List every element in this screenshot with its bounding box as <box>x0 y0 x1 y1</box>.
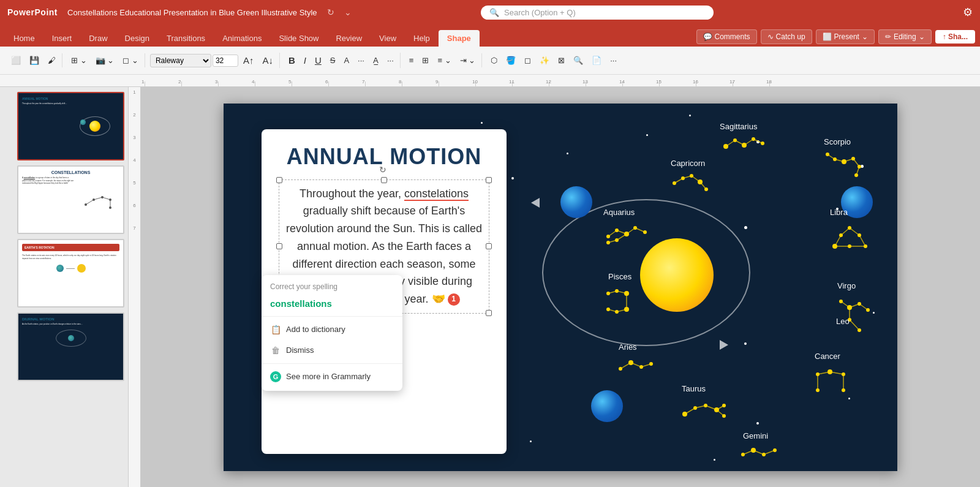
slide-thumb-3[interactable]: EARTH'S ROTATION The Earth rotates on it… <box>17 239 124 308</box>
svg-line-84 <box>850 320 859 330</box>
bullet-list-btn[interactable]: ≡ <box>405 53 418 67</box>
overflow-btn[interactable]: ··· <box>606 53 620 67</box>
refresh-icon[interactable]: ↻ <box>327 7 334 17</box>
new-button[interactable]: ⬜ <box>7 53 24 67</box>
slide-thumb-1[interactable]: ANNUAL MOTION Throughout the year the co… <box>17 92 124 160</box>
svg-line-14 <box>726 140 735 146</box>
svg-line-107 <box>685 408 695 414</box>
save-button[interactable]: 💾 <box>26 53 43 67</box>
tab-review[interactable]: Review <box>327 30 371 47</box>
editing-chevron[interactable]: ⌄ <box>919 32 925 41</box>
ribbon-right: 💬 Comments ∿ Catch up ⬜ Present ⌄ ✏ Edit… <box>696 29 975 47</box>
ruler-mark: 1 <box>145 81 181 86</box>
align-btn[interactable]: ≡ ⌄ <box>434 53 454 67</box>
shape-btn[interactable]: ◻ ⌄ <box>119 53 142 67</box>
svg-point-4 <box>85 203 87 206</box>
format-painter[interactable]: 🖌 <box>44 53 59 67</box>
slide-1-wrapper: 1 ANNUAL MOTION Throughout the year the … <box>4 92 124 160</box>
svg-line-37 <box>700 182 706 189</box>
search-bar[interactable]: 🔍 Search (Option + Q) <box>481 6 714 20</box>
orbit-arrow-left <box>531 198 540 208</box>
font-size-input[interactable] <box>213 55 238 67</box>
fill-btn[interactable]: 🪣 <box>502 53 519 67</box>
handle-top-left[interactable] <box>276 177 282 183</box>
gemini-svg <box>738 445 781 464</box>
label-leo: Leo <box>836 317 850 326</box>
present-chevron[interactable]: ⌄ <box>862 32 868 41</box>
rotate-handle[interactable]: ↻ <box>379 165 386 175</box>
strikethrough-button[interactable]: S <box>326 53 339 67</box>
label-cancer: Cancer <box>815 352 840 361</box>
catch-up-button[interactable]: ∿ Catch up <box>761 29 812 44</box>
add-to-dictionary-btn[interactable]: 📋 Add to dictionary <box>262 319 402 340</box>
effects-btn[interactable]: ✨ <box>536 53 553 67</box>
shapes-btn[interactable]: ⬡ <box>487 53 501 67</box>
tab-transitions[interactable]: Transitions <box>158 30 214 47</box>
font-family-select[interactable]: Raleway <box>150 54 211 67</box>
misspelled-word: constelations <box>404 187 469 201</box>
tab-view[interactable]: View <box>371 30 405 47</box>
outline-btn[interactable]: ◻ <box>521 53 535 67</box>
replace-btn[interactable]: 🔍 <box>570 53 587 67</box>
spell-divider-2 <box>262 363 402 364</box>
settings-icon[interactable]: ⚙ <box>963 6 973 19</box>
handle-top-mid[interactable] <box>381 177 387 183</box>
font-color-btn[interactable]: A <box>340 53 353 67</box>
earth-planet-3 <box>591 390 623 422</box>
more-format-btn[interactable]: ··· <box>354 53 368 67</box>
italic-button[interactable]: I <box>300 53 310 68</box>
slide4-orbit <box>56 330 86 347</box>
dismiss-btn[interactable]: 🗑 Dismiss <box>262 340 402 361</box>
share-button[interactable]: ↑ Sha... <box>935 30 975 43</box>
number-list-btn[interactable]: ⊞ <box>418 53 432 67</box>
orbit-ellipse <box>542 199 750 346</box>
handle-mid-right[interactable] <box>486 243 492 249</box>
title-bar: PowerPoint Constellations Educational Pr… <box>0 0 980 25</box>
more-btn[interactable]: ··· <box>383 53 398 67</box>
handle-bot-right[interactable] <box>486 310 492 316</box>
tab-shape[interactable]: Shape <box>439 30 480 47</box>
comments-button[interactable]: 💬 Comments <box>696 29 757 44</box>
tab-slideshow[interactable]: Slide Show <box>270 30 327 47</box>
toolbar-file-group: ⬜ 💾 🖌 <box>5 53 62 67</box>
main-layout: 1 ANNUAL MOTION Throughout the year the … <box>0 87 980 487</box>
present-button[interactable]: ⬜ Present ⌄ <box>816 29 875 44</box>
slide-panel: 1 ANNUAL MOTION Throughout the year the … <box>0 87 129 487</box>
slide-thumb-4[interactable]: DIURNAL MOTION As the Earth rotates, you… <box>17 312 124 381</box>
decrease-font-btn[interactable]: A↓ <box>258 53 277 68</box>
earth-thumb-mini <box>56 265 64 272</box>
arrange-btn[interactable]: ⊠ <box>554 53 568 67</box>
bold-button[interactable]: B <box>285 53 299 68</box>
tab-design[interactable]: Design <box>116 30 158 47</box>
spell-suggestion[interactable]: constellations <box>262 293 402 314</box>
layout-btn[interactable]: ⊞ ⌄ <box>67 53 91 67</box>
tab-animations[interactable]: Animations <box>214 30 270 47</box>
sensitivity-btn[interactable]: 📄 <box>588 53 605 67</box>
handle-top-right[interactable] <box>486 177 492 183</box>
svg-line-0 <box>86 200 94 205</box>
tab-home[interactable]: Home <box>5 30 43 47</box>
slide-thumb-2[interactable]: CONSTELLATIONS A constellation is a grou… <box>17 165 124 234</box>
dismiss-icon: 🗑 <box>270 345 281 356</box>
handle-mid-left[interactable] <box>276 243 282 249</box>
increase-font-btn[interactable]: A↑ <box>239 53 258 68</box>
label-aquarius: Aquarius <box>603 208 635 217</box>
chevron-down-icon[interactable]: ⌄ <box>344 7 352 17</box>
svg-point-5 <box>92 198 95 201</box>
ruler-mark: 14 <box>622 81 659 86</box>
editing-button[interactable]: ✏ Editing ⌄ <box>878 29 932 44</box>
grammarly-btn[interactable]: G See more in Grammarly <box>262 366 402 387</box>
screenshot-btn[interactable]: 📷 ⌄ <box>92 53 118 67</box>
tab-help[interactable]: Help <box>405 30 439 47</box>
highlight-btn[interactable]: A̲ <box>369 53 382 67</box>
ribbon-tabs: Home Insert Draw Design Transitions Anim… <box>0 25 980 47</box>
ruler-marks: 1 2 3 4 5 6 7 8 9 10 11 12 13 14 15 16 1… <box>140 75 980 86</box>
indent-btn[interactable]: ⇥ ⌄ <box>456 53 480 67</box>
tab-draw[interactable]: Draw <box>80 30 116 47</box>
canvas-area: Sagittarius Scorpio <box>141 87 980 487</box>
spell-check-popup: Correct your spelling constellations 📋 A… <box>262 275 402 391</box>
underline-button[interactable]: U <box>311 53 325 68</box>
tab-insert[interactable]: Insert <box>43 30 81 47</box>
main-slide: Sagittarius Scorpio <box>224 104 897 471</box>
svg-line-17 <box>753 139 763 143</box>
